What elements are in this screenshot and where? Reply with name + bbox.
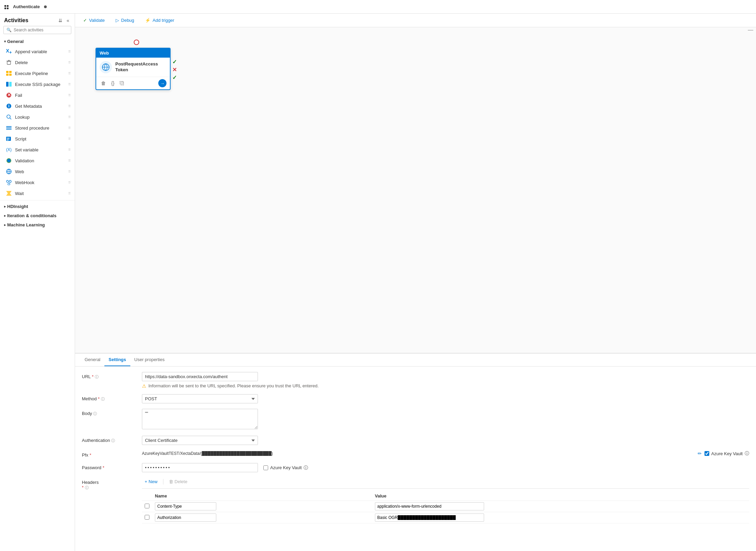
url-input[interactable] <box>142 372 258 381</box>
sidebar-item-get-metadata[interactable]: i Get Metadata ⠿ <box>0 101 75 111</box>
authentication-select[interactable]: None Basic Client Certificate MSI <box>142 436 258 445</box>
section-divider <box>0 200 75 200</box>
tab-general[interactable]: General <box>81 354 104 366</box>
tab-settings[interactable]: Settings <box>104 354 130 366</box>
body-textarea[interactable]: "" <box>142 409 258 429</box>
header-col-checkbox <box>142 491 152 501</box>
sidebar-item-label: Execute SSIS package <box>15 82 66 87</box>
headers-toolbar: + New 🗑 Delete <box>142 478 749 489</box>
section-general-label: General <box>7 39 24 44</box>
sidebar-item-webhook[interactable]: WebHook ⠿ <box>0 177 75 188</box>
method-info-icon[interactable]: ⓘ <box>101 397 105 401</box>
headers-delete-button[interactable]: 🗑 Delete <box>166 478 190 486</box>
headers-table: Name Value <box>142 491 749 523</box>
svg-rect-2 <box>4 8 6 9</box>
drag-handle: ⠿ <box>68 50 71 54</box>
row-checkbox-2[interactable] <box>145 515 149 520</box>
get-metadata-icon: i <box>5 103 12 109</box>
pipeline-node-web[interactable]: Web PostRequestAccess Token 🗑 <box>96 48 171 90</box>
add-trigger-button[interactable]: ⚡ Add trigger <box>142 16 177 24</box>
collapse-btn-2[interactable]: « <box>65 17 71 24</box>
password-azure-vault-checkbox[interactable] <box>263 465 268 470</box>
header-name-input-2[interactable] <box>155 513 216 522</box>
wait-icon <box>5 190 12 197</box>
svg-rect-9 <box>6 82 9 87</box>
header-value-input-1[interactable] <box>375 502 484 510</box>
append-variable-icon: X+ <box>5 48 12 55</box>
sidebar-item-validation[interactable]: Validation ⠿ <box>0 155 75 166</box>
svg-rect-22 <box>7 140 9 140</box>
sidebar-item-label: Stored procedure <box>15 125 66 131</box>
drag-handle: ⠿ <box>68 137 71 141</box>
sidebar-item-web[interactable]: Web ⠿ <box>0 166 75 177</box>
minimize-icon[interactable]: — <box>748 27 753 33</box>
chevron-right-icon: ▸ <box>4 214 6 218</box>
app-logo: Authenticate <box>4 3 40 10</box>
sidebar-item-wait[interactable]: Wait ⠿ <box>0 188 75 199</box>
pfx-azure-info-icon[interactable]: ⓘ <box>745 450 749 457</box>
sidebar-item-stored-procedure[interactable]: Stored procedure ⠿ <box>0 122 75 133</box>
pfx-edit-icon[interactable]: ✏ <box>698 451 702 456</box>
headers-info-icon[interactable]: ⓘ <box>85 486 89 490</box>
sidebar-item-execute-pipeline[interactable]: Execute Pipeline ⠿ <box>0 68 75 79</box>
password-azure-info-icon[interactable]: ⓘ <box>304 465 308 471</box>
section-iteration[interactable]: ▸ Iteration & conditionals <box>0 211 75 220</box>
sidebar-item-delete[interactable]: Delete ⠿ <box>0 57 75 68</box>
sidebar-item-fail[interactable]: ✕ Fail ⠿ <box>0 90 75 101</box>
collapse-btn-1[interactable]: ⇊ <box>57 17 64 24</box>
method-row: Method * ⓘ POST GET PUT DELETE PATCH <box>82 394 749 403</box>
sidebar-item-set-variable[interactable]: (X) Set variable ⠿ <box>0 144 75 155</box>
tab-user-properties[interactable]: User properties <box>130 354 169 366</box>
drag-handle: ⠿ <box>68 181 71 184</box>
node-connect-btn[interactable]: → <box>158 79 166 87</box>
svg-rect-5 <box>6 71 9 73</box>
url-info-icon[interactable]: ⓘ <box>95 375 99 379</box>
top-bar: Authenticate <box>0 0 756 14</box>
search-input[interactable] <box>14 28 68 32</box>
svg-rect-8 <box>9 74 12 76</box>
debug-button[interactable]: ▷ Debug <box>113 16 137 24</box>
headers-new-button[interactable]: + New <box>142 478 160 486</box>
drag-handle: ⠿ <box>68 83 71 86</box>
pfx-azure-vault-checkbox[interactable] <box>704 451 709 456</box>
password-azure-vault-label[interactable]: Azure Key Vault ⓘ <box>263 465 308 471</box>
section-machine-learning[interactable]: ▸ Machine Learning <box>0 220 75 229</box>
method-select[interactable]: POST GET PUT DELETE PATCH <box>142 394 258 403</box>
validation-icon <box>5 157 12 164</box>
webhook-icon <box>5 179 12 186</box>
svg-point-24 <box>7 159 11 162</box>
svg-point-26 <box>6 180 9 182</box>
pfx-azure-vault-label[interactable]: Azure Key Vault ⓘ <box>704 450 749 457</box>
node-type-label: Web <box>100 50 109 56</box>
pipeline-canvas[interactable]: Web PostRequestAccess Token 🗑 <box>75 27 756 353</box>
trash-icon: 🗑 <box>169 479 173 484</box>
row-checkbox-cell <box>142 501 152 512</box>
sidebar-item-append-variable[interactable]: X+ Append variable ⠿ <box>0 46 75 57</box>
sidebar-item-lookup[interactable]: Lookup ⠿ <box>0 111 75 122</box>
row-checkbox-1[interactable] <box>145 504 149 508</box>
headers-section: + New 🗑 Delete <box>142 478 749 523</box>
headers-required: * <box>82 485 84 490</box>
section-hdinsight[interactable]: ▸ HDInsight <box>0 202 75 211</box>
body-info-icon[interactable]: ⓘ <box>93 412 97 416</box>
sidebar-title: Activities <box>4 17 28 24</box>
sidebar-item-script[interactable]: Script ⠿ <box>0 133 75 144</box>
node-body: PostRequestAccess Token <box>96 58 170 77</box>
password-input[interactable] <box>142 463 258 472</box>
validate-button[interactable]: ✓ Validate <box>81 16 107 24</box>
node-code-btn[interactable]: {} <box>110 80 116 87</box>
node-copy-btn[interactable]: ⿻ <box>118 80 126 87</box>
headers-row: Headers * ⓘ + New 🗑 <box>82 478 749 523</box>
sidebar-item-execute-ssis[interactable]: Execute SSIS package ⠿ <box>0 79 75 90</box>
auth-info-icon[interactable]: ⓘ <box>111 438 115 443</box>
svg-rect-7 <box>6 74 9 76</box>
password-azure-vault-text: Azure Key Vault <box>270 465 302 470</box>
header-name-input-1[interactable] <box>155 502 216 510</box>
chevron-right-icon: ▸ <box>4 223 6 227</box>
section-general[interactable]: ▾ General <box>0 37 75 46</box>
header-value-input-2[interactable] <box>375 513 484 522</box>
row-value-cell <box>372 512 749 523</box>
canvas-toolbar: ✓ Validate ▷ Debug ⚡ Add trigger <box>75 14 756 27</box>
node-delete-btn[interactable]: 🗑 <box>100 80 107 87</box>
drag-handle: ⠿ <box>68 192 71 195</box>
